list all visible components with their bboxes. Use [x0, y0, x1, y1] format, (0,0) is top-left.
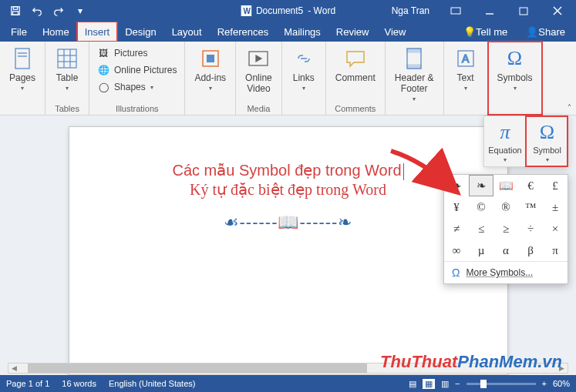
pages-icon	[10, 46, 35, 71]
table-button[interactable]: Table▾	[52, 45, 83, 93]
status-language[interactable]: English (United States)	[109, 379, 196, 388]
symbols-button[interactable]: Ω Symbols▾	[494, 45, 536, 93]
symbol-picker: ❧❧📖€£¥©®™±≠≤≥÷×∞µαβπ Ω More Symbols...	[443, 174, 568, 284]
ribbon-tabs: File Home Insert Design Layout Reference…	[0, 22, 576, 42]
svg-rect-5	[451, 8, 460, 14]
minimize-icon[interactable]	[474, 0, 505, 22]
statusbar: Page 1 of 1 16 words English (United Sta…	[0, 375, 576, 392]
table-icon	[55, 46, 79, 71]
svg-rect-7	[520, 8, 527, 15]
header-footer-icon	[402, 46, 426, 71]
window-title: W Document5 - Word	[241, 5, 335, 16]
equation-button[interactable]: π Equation▾	[484, 116, 526, 166]
symbol-cell[interactable]: €	[518, 175, 543, 196]
svg-marker-21	[256, 55, 261, 62]
symbol-cell[interactable]: π	[543, 240, 568, 261]
scrollbar-thumb[interactable]	[28, 364, 367, 373]
tab-insert[interactable]: Insert	[77, 22, 118, 42]
symbol-cell[interactable]: ÷	[518, 218, 543, 240]
maximize-icon[interactable]	[508, 0, 539, 22]
addins-icon	[198, 46, 223, 71]
zoom-level[interactable]: 60%	[553, 379, 570, 388]
doc-line-1: Các mẫu Symbol đẹp trong Word	[113, 161, 464, 180]
omega-icon: Ω	[452, 266, 460, 279]
svg-rect-13	[58, 49, 76, 68]
doc-dingbats: ☙------📖------❧	[113, 213, 464, 233]
symbol-cell[interactable]: ≠	[444, 218, 469, 240]
symbol-cell[interactable]: ≥	[493, 218, 518, 240]
tab-home[interactable]: Home	[35, 22, 77, 42]
ribbon: Pages▾ Table▾ Tables 🖼Pictures 🌐Online P…	[0, 42, 576, 116]
svg-text:A: A	[462, 52, 470, 65]
save-icon[interactable]	[6, 2, 25, 20]
symbol-cell[interactable]: ™	[518, 196, 543, 218]
zoom-out-icon[interactable]: −	[455, 379, 460, 388]
quick-access-toolbar: ▾	[0, 2, 96, 20]
symbol-cell[interactable]: ❧	[444, 175, 469, 196]
group-media: Media	[242, 102, 275, 113]
pi-icon: π	[500, 121, 510, 144]
symbol-cell[interactable]: ®	[493, 196, 518, 218]
tab-review[interactable]: Review	[328, 22, 377, 42]
group-illustrations: Illustrations	[96, 102, 178, 113]
tab-design[interactable]: Design	[117, 22, 163, 42]
status-words[interactable]: 16 words	[62, 379, 96, 388]
redo-icon[interactable]	[49, 2, 68, 20]
comment-button[interactable]: Comment	[332, 45, 379, 85]
view-read-icon[interactable]: ▤	[409, 379, 416, 389]
symbol-cell[interactable]: ≤	[469, 218, 493, 240]
zoom-in-icon[interactable]: +	[542, 379, 547, 388]
tab-file[interactable]: File	[3, 22, 35, 42]
svg-text:W: W	[243, 7, 251, 15]
svg-rect-23	[407, 49, 421, 52]
tab-mailings[interactable]: Mailings	[276, 22, 328, 42]
pictures-icon: 🖼	[97, 47, 109, 59]
undo-icon[interactable]	[28, 2, 46, 20]
tab-references[interactable]: References	[210, 22, 276, 42]
zoom-slider[interactable]	[467, 383, 536, 385]
collapse-ribbon-icon[interactable]: ˄	[568, 103, 571, 112]
symbol-cell[interactable]: µ	[469, 240, 493, 261]
page[interactable]: Các mẫu Symbol đẹp trong Word Ký tự đặc …	[69, 126, 508, 375]
word-icon: W	[241, 5, 251, 16]
symbol-cell[interactable]: ❧	[469, 175, 493, 196]
symbol-cell[interactable]: ©	[469, 196, 493, 218]
symbol-button[interactable]: Ω Symbol▾	[526, 116, 568, 166]
online-pictures-button[interactable]: 🌐Online Pictures	[96, 62, 178, 79]
qat-customize-icon[interactable]: ▾	[71, 2, 89, 20]
omega-icon: Ω	[540, 121, 554, 144]
user-name[interactable]: Nga Tran	[392, 5, 429, 16]
pages-button[interactable]: Pages▾	[6, 45, 39, 93]
addins-button[interactable]: Add-ins▾	[191, 45, 229, 93]
pictures-button[interactable]: 🖼Pictures	[96, 45, 178, 62]
symbol-cell[interactable]: £	[543, 175, 568, 196]
svg-rect-10	[15, 49, 29, 69]
tell-me[interactable]: 💡 Tell me	[456, 26, 515, 38]
ribbon-display-icon[interactable]	[440, 0, 471, 22]
status-page[interactable]: Page 1 of 1	[6, 379, 49, 388]
svg-rect-19	[207, 55, 214, 62]
online-pictures-icon: 🌐	[97, 64, 109, 76]
symbol-cell[interactable]: α	[493, 240, 518, 261]
links-button[interactable]: Links▾	[288, 45, 319, 93]
symbol-cell[interactable]: 📖	[493, 175, 518, 196]
symbol-cell[interactable]: ±	[543, 196, 568, 218]
doc-line-2: Ký tự đặc biệt đẹp trong Word	[113, 180, 464, 199]
symbols-dropdown: π Equation▾ Ω Symbol▾	[483, 116, 568, 167]
text-button[interactable]: A Text▾	[450, 45, 481, 93]
symbol-cell[interactable]: ¥	[444, 196, 469, 218]
share-button[interactable]: 👤 Share	[518, 26, 573, 38]
close-icon[interactable]	[542, 0, 573, 22]
symbol-cell[interactable]: β	[518, 240, 543, 261]
shapes-button[interactable]: ◯Shapes ▾	[96, 79, 178, 95]
more-symbols[interactable]: Ω More Symbols...	[444, 261, 568, 283]
tab-view[interactable]: View	[376, 22, 413, 42]
view-web-icon[interactable]: ▥	[441, 379, 449, 389]
header-footer-button[interactable]: Header & Footer▾	[392, 45, 437, 104]
symbol-cell[interactable]: ∞	[444, 240, 469, 261]
symbol-cell[interactable]: ×	[543, 218, 568, 240]
view-print-icon[interactable]: ▦	[423, 379, 435, 389]
text-icon: A	[453, 46, 478, 71]
online-video-button[interactable]: Online Video	[242, 45, 275, 95]
tab-layout[interactable]: Layout	[164, 22, 210, 42]
